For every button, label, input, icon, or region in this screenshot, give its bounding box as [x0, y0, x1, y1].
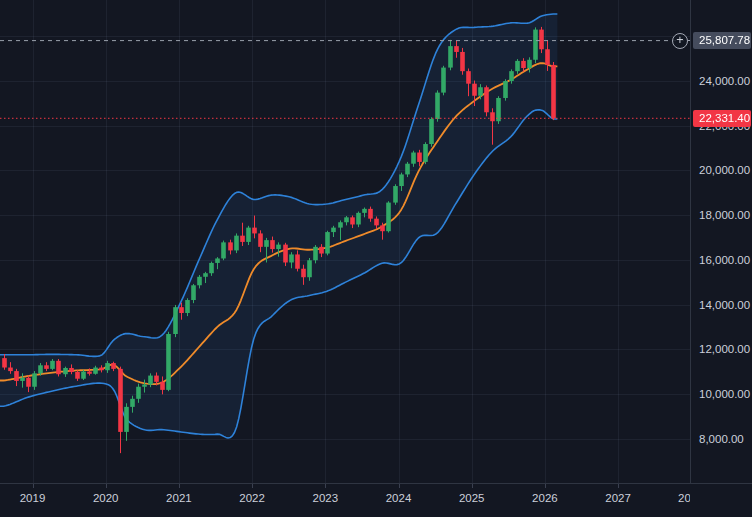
time-axis-labels: 20192020202120222023202420252026202720 — [0, 484, 690, 517]
time-tick-label: 20 — [678, 492, 690, 504]
alert-price-label: 25,807.78 — [693, 32, 751, 49]
time-tick-label: 2023 — [313, 492, 339, 504]
time-tick-mark — [179, 484, 180, 488]
time-tick-mark — [325, 484, 326, 488]
last-price-label: 22,331.40 — [693, 110, 751, 127]
time-tick-mark — [545, 484, 546, 488]
time-tick-mark — [252, 484, 253, 488]
time-tick-label: 2025 — [459, 492, 485, 504]
time-tick-label: 2019 — [20, 492, 46, 504]
time-tick-label: 2021 — [166, 492, 192, 504]
price-tick-label: 12,000.00 — [699, 342, 750, 356]
price-tick-label: 24,000.00 — [699, 74, 750, 88]
last-price-text: 22,331.40 — [699, 112, 750, 124]
time-tick-mark — [33, 484, 34, 488]
time-tick-mark — [399, 484, 400, 488]
price-tick-label: 20,000.00 — [699, 163, 750, 177]
price-tick-label: 18,000.00 — [699, 208, 750, 222]
time-tick-label: 2026 — [532, 492, 558, 504]
alert-plus-icon[interactable]: + — [672, 33, 688, 49]
price-tick-label: 10,000.00 — [699, 387, 750, 401]
chart-window: + 25,807.78 22,331.40 24,000.0022,000.00… — [0, 0, 752, 517]
price-axis[interactable]: 25,807.78 22,331.40 24,000.0022,000.0020… — [690, 0, 752, 517]
time-tick-label: 2027 — [605, 492, 631, 504]
price-tick-label: 16,000.00 — [699, 253, 750, 267]
price-tick-label: 14,000.00 — [699, 298, 750, 312]
alert-price-text: 25,807.78 — [699, 34, 750, 46]
time-tick-mark — [106, 484, 107, 488]
time-tick-mark — [472, 484, 473, 488]
price-tick-label: 8,000.00 — [699, 432, 744, 446]
time-axis[interactable]: 20192020202120222023202420252026202720 — [0, 483, 752, 517]
time-tick-label: 2022 — [239, 492, 265, 504]
time-tick-label: 2020 — [93, 492, 119, 504]
price-chart-canvas[interactable] — [0, 0, 690, 483]
time-tick-label: 2024 — [386, 492, 412, 504]
time-tick-mark — [618, 484, 619, 488]
